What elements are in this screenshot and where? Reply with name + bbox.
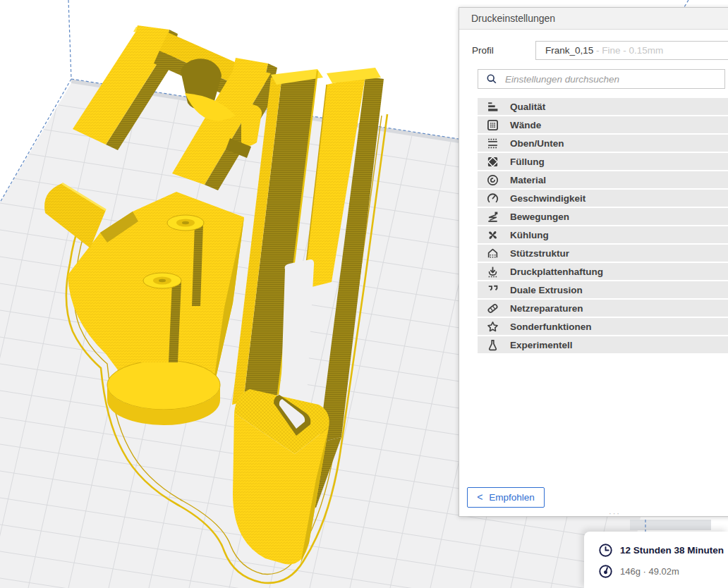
travel-icon: [487, 210, 499, 223]
category-special[interactable]: Sonderfunktionen: [478, 318, 728, 335]
material-usage-row: 146g · 49.02m: [598, 562, 728, 580]
category-label: Duale Extrusion: [510, 285, 583, 295]
profile-row: Profil Frank_0,15 - Fine - 0.15mm: [459, 41, 728, 60]
search-icon: [486, 73, 497, 85]
support-icon: [487, 247, 499, 259]
category-label: Experimentell: [510, 340, 573, 350]
experimental-icon: [487, 338, 499, 351]
category-label: Wände: [510, 120, 541, 130]
category-cooling[interactable]: Kühlung: [478, 226, 728, 243]
category-label: Stützstruktur: [510, 248, 569, 259]
panel-resize-handle[interactable]: ···: [609, 509, 621, 517]
category-walls[interactable]: Wände: [478, 116, 728, 133]
category-quality[interactable]: Qualität: [478, 98, 728, 115]
category-label: Kühlung: [510, 230, 549, 240]
mesh-fixes-icon: [487, 302, 499, 314]
adhesion-icon: [487, 265, 499, 278]
settings-search-box[interactable]: [478, 69, 725, 89]
chevron-left-icon: <: [477, 492, 483, 502]
category-infill[interactable]: Füllung: [478, 153, 728, 170]
dual-extrusion-icon: [487, 283, 499, 296]
category-label: Netzreparaturen: [510, 303, 583, 314]
category-support[interactable]: Stützstruktur: [478, 245, 728, 262]
category-label: Oben/Unten: [510, 138, 564, 149]
profile-suffix: - Fine - 0.15mm: [593, 45, 663, 56]
category-experimental[interactable]: Experimentell: [478, 336, 728, 353]
settings-search-input[interactable]: [504, 73, 724, 85]
cura-window: Druckeinstellungen Profil Frank_0,15 - F…: [0, 0, 728, 588]
clock-icon: [598, 543, 613, 558]
top-bottom-icon: [487, 137, 499, 149]
category-travel[interactable]: Bewegungen: [478, 208, 728, 225]
filament-spool-icon: [598, 564, 613, 579]
panel-title: Druckeinstellungen: [459, 8, 728, 30]
special-modes-icon: [487, 320, 499, 333]
print-settings-panel: Druckeinstellungen Profil Frank_0,15 - F…: [459, 7, 728, 517]
print-time-value: 12 Stunden 38 Minuten: [620, 545, 724, 556]
print-time-row: 12 Stunden 38 Minuten: [598, 541, 728, 559]
recommended-mode-button[interactable]: < Empfohlen: [467, 487, 545, 508]
category-material[interactable]: Material: [478, 171, 728, 188]
category-topbottom[interactable]: Oben/Unten: [478, 135, 728, 152]
category-dual[interactable]: Duale Extrusion: [478, 281, 728, 298]
speed-icon: [487, 192, 499, 204]
walls-icon: [487, 118, 499, 131]
profile-value: Frank_0,15: [545, 45, 593, 56]
category-label: Material: [510, 175, 546, 185]
profile-dropdown[interactable]: Frank_0,15 - Fine - 0.15mm: [535, 41, 728, 60]
category-label: Füllung: [510, 157, 545, 167]
plate-edge-band: [630, 520, 711, 530]
category-label: Geschwindigkeit: [510, 193, 586, 204]
infill-icon: [487, 155, 499, 168]
recommended-button-label: Empfohlen: [489, 492, 535, 503]
category-label: Sonderfunktionen: [510, 321, 592, 332]
category-adhesion[interactable]: Druckplattenhaftung: [478, 263, 728, 280]
quality-icon: [487, 100, 499, 113]
settings-category-list: QualitätWändeOben/UntenFüllungMaterialGe…: [459, 98, 728, 353]
material-usage-value: 146g · 49.02m: [620, 566, 679, 577]
category-meshfixes[interactable]: Netzreparaturen: [478, 300, 728, 317]
category-label: Bewegungen: [510, 212, 569, 222]
material-icon: [487, 173, 499, 186]
print-summary-card: 12 Stunden 38 Minuten 146g · 49.02m: [584, 532, 728, 588]
category-label: Qualität: [510, 102, 545, 112]
cooling-icon: [487, 228, 499, 241]
category-label: Druckplattenhaftung: [510, 267, 603, 277]
category-speed[interactable]: Geschwindigkeit: [478, 190, 728, 207]
profile-label: Profil: [472, 45, 494, 56]
